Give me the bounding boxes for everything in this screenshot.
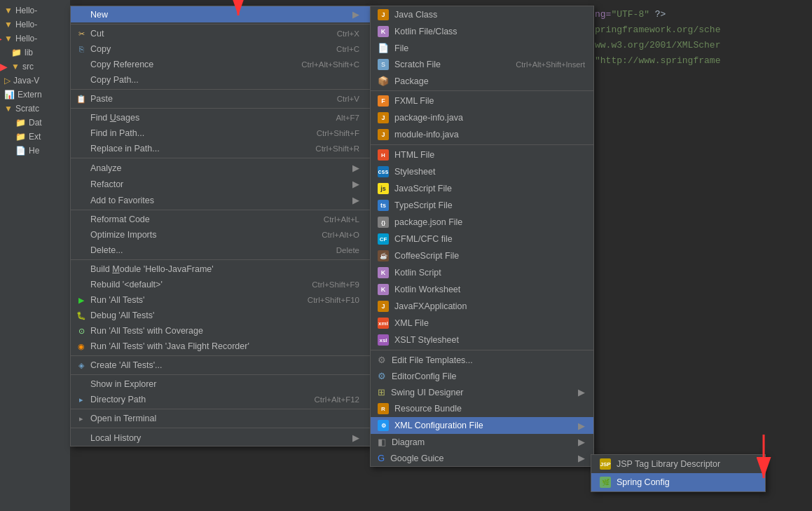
submenu-item-kotlin-script[interactable]: K Kotlin Script	[371, 264, 593, 281]
menu-item-reformat[interactable]: Reformat Code Ctrl+Alt+L	[71, 212, 371, 227]
menu-label: Refactor	[90, 179, 123, 189]
menu-item-cut[interactable]: ✂ Cut Ctrl+X	[71, 26, 371, 41]
submenu-item-java-class[interactable]: J Java Class	[371, 6, 593, 23]
menu-separator-4	[71, 158, 371, 158]
submenu-item-json[interactable]: {} package.json File	[371, 214, 593, 231]
editor-line-4: "http://www.springframe	[595, 53, 805, 69]
submenu-item-diagram[interactable]: ◧ Diagram ▶	[371, 434, 593, 450]
menu-separator-1	[71, 24, 371, 25]
menu-item-dir-path[interactable]: ▸ Directory Path Ctrl+Alt+F12	[71, 392, 371, 407]
menu-separator-2	[71, 89, 371, 90]
menu-label: Run 'All Tests' with Coverage	[90, 326, 203, 336]
submenu-item-package[interactable]: 📦 Package	[371, 73, 593, 89]
swing-arrow: ▶	[578, 387, 585, 397]
submenu-item-css[interactable]: css Stylesheet	[371, 163, 593, 180]
submenu-item-mod-info[interactable]: J module-info.java	[371, 126, 593, 143]
shortcut-run: Ctrl+Shift+F10	[308, 296, 359, 304]
menu-item-coverage[interactable]: ⊙ Run 'All Tests' with Coverage	[71, 323, 371, 339]
submenu-item-swing[interactable]: ⊞ Swing UI Designer ▶	[371, 384, 593, 400]
submenu-item-xml[interactable]: xml XML File	[371, 315, 593, 332]
menu-label: Open in Terminal	[90, 414, 156, 423]
sidebar-item-hello1[interactable]: ▼ Hello-	[0, 4, 70, 18]
sidebar-item-dat[interactable]: 📁 Dat	[0, 116, 70, 130]
sidebar-item-javav[interactable]: ▷ Java-V	[0, 74, 70, 88]
menu-item-paste[interactable]: 📋 Paste Ctrl+V	[71, 91, 371, 107]
menu-label: Debug 'All Tests'	[90, 311, 154, 320]
submenu-item-xslt[interactable]: xsl XSLT Stylesheet	[371, 332, 593, 348]
menu-label: Run 'All Tests' with 'Java Flight Record…	[90, 341, 249, 351]
sidebar-item-he[interactable]: 📄 He	[0, 144, 70, 158]
shortcut-scratch: Ctrl+Alt+Shift+Insert	[516, 60, 585, 69]
sidebar-label: Hello-	[15, 20, 37, 29]
submenu-arrow: ▶	[352, 9, 359, 20]
submenu-item-resource-bundle[interactable]: R Resource Bundle	[371, 400, 593, 417]
submenu-label: HTML File	[394, 150, 434, 160]
sidebar-item-scratch[interactable]: ▼ Scratc	[0, 102, 70, 116]
shortcut-copy-ref: Ctrl+Alt+Shift+C	[301, 60, 359, 69]
menu-item-copy-path[interactable]: Copy Path...	[71, 72, 371, 88]
sidebar-item-extern[interactable]: 📊 Extern	[0, 88, 70, 102]
submenu-sep-1	[371, 90, 593, 91]
menu-item-run-tests[interactable]: ▶ Run 'All Tests' Ctrl+Shift+F10	[71, 292, 371, 308]
submenu-item-kotlin-class[interactable]: K Kotlin File/Class	[371, 23, 593, 40]
menu-item-build[interactable]: Build Module 'Hello-JavaFrame'	[71, 261, 371, 277]
submenu-item-js[interactable]: js JavaScript File	[371, 180, 593, 197]
sidebar-item-hello3[interactable]: ▶ ▼ Hello-	[0, 32, 70, 46]
submenu-item-coffee[interactable]: ☕ CoffeeScript File	[371, 247, 593, 264]
menu-item-terminal[interactable]: ▸ Open in Terminal	[71, 411, 371, 426]
menu-item-analyze[interactable]: Analyze ▶	[71, 160, 371, 176]
folder-icon: ▼	[4, 104, 13, 114]
analyze-arrow: ▶	[352, 163, 359, 173]
submenu-item-editorconfig[interactable]: ⚙ EditorConfig File	[371, 368, 593, 384]
html-icon: H	[378, 149, 389, 161]
submenu-item-cfml[interactable]: CF CFML/CFC file	[371, 231, 593, 247]
submenu-item-javafx[interactable]: J JavaFXApplication	[371, 298, 593, 315]
menu-item-favorites[interactable]: Add to Favorites ▶	[71, 192, 371, 208]
menu-label: Paste	[90, 94, 113, 104]
submenu-label: Java Class	[394, 10, 437, 20]
menu-item-create-tests[interactable]: ◈ Create 'All Tests'...	[71, 357, 371, 373]
sidebar-item-hello2[interactable]: ▼ Hello-	[0, 18, 70, 32]
submenu-item-xml-config[interactable]: ⚙ XML Configuration File ▶	[371, 417, 593, 434]
menu-item-refactor[interactable]: Refactor ▶	[71, 176, 371, 192]
submenu-label: CFML/CFC file	[394, 234, 453, 244]
submenu-new: J Java Class K Kotlin File/Class 📄 File …	[370, 6, 594, 467]
menu-item-find-usages[interactable]: Find Usages Alt+F7	[71, 110, 371, 125]
submenu-item-google-guice[interactable]: G Google Guice ▶	[371, 450, 593, 466]
submenu-item-spring-config[interactable]: 🌿 Spring Config	[591, 473, 765, 491]
menu-separator-3	[71, 108, 371, 109]
menu-item-delete[interactable]: Delete... Delete	[71, 243, 371, 258]
sidebar-item-ext[interactable]: 📁 Ext	[0, 130, 70, 144]
submenu-label: Kotlin Worksheet	[394, 285, 460, 294]
submenu-item-pkg-info[interactable]: J package-info.java	[371, 109, 593, 126]
submenu-item-file[interactable]: 📄 File	[371, 40, 593, 56]
submenu-item-kotlin-worksheet[interactable]: K Kotlin Worksheet	[371, 281, 593, 298]
submenu-label: EditorConfig File	[392, 372, 456, 381]
menu-item-replace-path[interactable]: Replace in Path... Ctrl+Shift+R	[71, 141, 371, 156]
submenu-xml-config: JSP JSP Tag Library Descriptor 🌿 Spring …	[591, 454, 766, 492]
submenu-item-jsp-tag[interactable]: JSP JSP Tag Library Descriptor	[591, 455, 765, 473]
submenu-item-html[interactable]: H HTML File	[371, 147, 593, 163]
sidebar-item-src[interactable]: ▶ ▼ src	[0, 60, 70, 74]
menu-label: Rebuild '<default>'	[90, 280, 163, 289]
menu-item-explorer[interactable]: Show in Explorer	[71, 376, 371, 392]
submenu-item-file-templates[interactable]: ⚙ Edit File Templates...	[371, 352, 593, 368]
sidebar-item-lib[interactable]: 📁 lib	[0, 46, 70, 60]
editorconfig-icon: ⚙	[378, 371, 386, 381]
menu-item-rebuild[interactable]: Rebuild '<default>' Ctrl+Shift+F9	[71, 277, 371, 292]
menu-item-flight[interactable]: ◉ Run 'All Tests' with 'Java Flight Reco…	[71, 339, 371, 354]
menu-item-new[interactable]: New ▶	[71, 6, 371, 22]
submenu-item-scratch[interactable]: S Scratch File Ctrl+Alt+Shift+Insert	[371, 56, 593, 73]
submenu-label: Stylesheet	[394, 167, 435, 177]
menu-item-copy-reference[interactable]: Copy Reference Ctrl+Alt+Shift+C	[71, 57, 371, 72]
menu-item-find-path[interactable]: Find in Path... Ctrl+Shift+F	[71, 125, 371, 141]
submenu-item-ts[interactable]: ts TypeScript File	[371, 197, 593, 214]
menu-item-debug-tests[interactable]: 🐛 Debug 'All Tests'	[71, 308, 371, 323]
menu-item-optimize[interactable]: Optimize Imports Ctrl+Alt+O	[71, 227, 371, 243]
sidebar: ▼ Hello- ▼ Hello- ▶ ▼ Hello- 📁 lib ▶ ▼ s…	[0, 0, 70, 511]
editor-content: ng="UTF-8" ?> pringframework.org/sche ww…	[588, 0, 812, 511]
submenu-item-fxml[interactable]: F FXML File	[371, 93, 593, 109]
java-icon: J	[378, 9, 389, 20]
menu-item-copy[interactable]: ⎘ Copy Ctrl+C	[71, 41, 371, 57]
menu-item-history[interactable]: Local History ▶	[71, 430, 371, 446]
